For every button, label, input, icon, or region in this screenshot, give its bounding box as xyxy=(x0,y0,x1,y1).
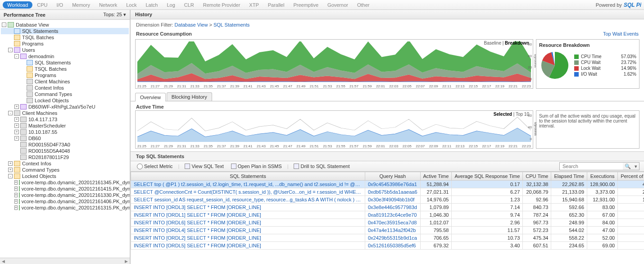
tree-node[interactable]: +vcore-temp.dbo.dynamic_202012161406.PK_… xyxy=(1,198,129,205)
tab-preemptive[interactable]: Preemptive xyxy=(289,1,323,9)
breadcrumb-1[interactable]: Database View xyxy=(175,22,208,27)
tree-toggle[interactable]: + xyxy=(14,193,18,197)
search-icon[interactable]: 🔍 xyxy=(623,164,633,169)
search-dropdown-icon[interactable]: ▾ xyxy=(633,164,639,169)
tree-toggle[interactable]: + xyxy=(14,136,19,141)
breakdown-toggle[interactable]: Breakdown xyxy=(505,41,529,46)
tree-node[interactable]: -Client Machines xyxy=(1,110,129,116)
tree-node[interactable]: RD00155D4F73A0 xyxy=(1,141,129,148)
tree-node[interactable]: +vcore-temp.dbo.dynamic_202012161415.PK_… xyxy=(1,186,129,192)
tab-memory[interactable]: Memory xyxy=(68,1,95,9)
active-time-chart[interactable]: Selected | Top 10 21:2521:2721:2921:3121… xyxy=(135,110,533,149)
table-row[interactable]: INSERT INTO [ORDL1] SELECT * FROM [ORDER… xyxy=(131,211,644,219)
top10-toggle[interactable]: Top 10 xyxy=(516,112,529,117)
column-header[interactable]: Executions xyxy=(587,172,618,181)
tree-toggle[interactable]: + xyxy=(14,187,18,191)
tree-node[interactable]: -Database View xyxy=(1,22,129,28)
baseline-toggle[interactable]: Baseline xyxy=(484,41,501,46)
tree-toggle[interactable]: - xyxy=(8,111,13,115)
tree-toggle[interactable]: + xyxy=(14,117,19,122)
tree-toggle[interactable]: - xyxy=(14,54,19,59)
tab-network[interactable]: Network xyxy=(95,1,122,9)
resource-consumption-chart[interactable]: Baseline | Breakdown 21:2521:2721:2921:3… xyxy=(135,39,533,89)
table-row[interactable]: SELECT session_id AS request_session_id,… xyxy=(131,196,644,204)
tree-toggle[interactable]: - xyxy=(8,174,13,178)
column-header[interactable]: Query Hash xyxy=(365,172,421,181)
tree-toggle[interactable]: - xyxy=(8,48,13,52)
open-plan-ssms-button[interactable]: Open Plan in SSMS xyxy=(229,163,284,170)
tree-toggle[interactable]: + xyxy=(8,168,13,172)
tree-node[interactable]: -Users xyxy=(1,47,129,53)
column-header[interactable]: Percent of Total xyxy=(618,172,644,181)
tree-toggle[interactable]: + xyxy=(14,123,19,128)
top-wait-events-link[interactable]: Top Wait Events xyxy=(603,31,639,36)
table-row[interactable]: INSERT INTO [ORDL2] SELECT * FROM [ORDER… xyxy=(131,234,644,242)
tree-node[interactable]: SQL Statements xyxy=(1,28,129,34)
tree-node[interactable]: Programs xyxy=(1,72,129,78)
breadcrumb-2[interactable]: SQL Statements xyxy=(213,22,249,27)
tab-lock[interactable]: Lock xyxy=(122,1,141,9)
tab-governor[interactable]: Governor xyxy=(323,1,353,9)
tab-cpu[interactable]: CPU xyxy=(32,1,52,9)
tree-node[interactable]: TSQL Batches xyxy=(1,66,129,72)
tree-node[interactable]: Locked Objects xyxy=(1,97,129,104)
tree-node[interactable]: +10.10.187.55 xyxy=(1,129,129,135)
tree-node[interactable]: +Context Infos xyxy=(1,160,129,167)
tree-scroll-right[interactable]: ▶ xyxy=(125,259,128,264)
tab-workload[interactable]: Workload xyxy=(3,1,32,9)
tree-node[interactable]: TSQL Batches xyxy=(1,34,129,41)
grid-search-input[interactable] xyxy=(560,163,623,170)
tree-node[interactable]: +vcore-temp.dbo.dynamic_202012161315.PK_… xyxy=(1,205,129,211)
tree-node[interactable]: SQL Statements xyxy=(1,59,129,66)
table-row[interactable]: INSERT INTO [ORDL3] SELECT * FROM [ORDER… xyxy=(131,204,644,211)
tree-scroll-left[interactable]: ◀ xyxy=(2,259,5,264)
tree-node[interactable]: -Locked Objects xyxy=(1,173,129,179)
grid-search[interactable]: 🔍 ▾ xyxy=(559,162,639,170)
performance-tree[interactable]: -Database ViewSQL StatementsTSQL Batches… xyxy=(0,20,130,258)
tab-i-o[interactable]: I/O xyxy=(52,1,68,9)
tree-node[interactable]: Programs xyxy=(1,41,129,47)
tops-selector[interactable]: Tops: 25 ▾ xyxy=(103,12,126,18)
tree-node[interactable]: Client Machines xyxy=(1,78,129,85)
tab-overview[interactable]: Overview xyxy=(135,93,166,101)
tree-node[interactable]: +Command Types xyxy=(1,167,129,173)
tree-node[interactable]: +MasterScheduler xyxy=(1,123,129,129)
select-metric-button[interactable]: Select Metric xyxy=(135,163,175,170)
tree-node[interactable]: +DB60\WF-xRhPgL2aaV5o7eU xyxy=(1,104,129,110)
drill-to-sql-button[interactable]: Drill to SQL Statement xyxy=(292,163,351,170)
tree-node[interactable]: Context Infos xyxy=(1,85,129,91)
view-sql-text-button[interactable]: View SQL Text xyxy=(183,163,225,170)
table-row[interactable]: SELECT @ConnectionCnt = Count(DISTINCT( … xyxy=(131,188,644,196)
tree-toggle[interactable]: - xyxy=(2,23,6,27)
tree-node[interactable]: Command Types xyxy=(1,91,129,97)
tree-toggle[interactable]: + xyxy=(14,180,18,185)
tab-xtp[interactable]: XTP xyxy=(245,1,263,9)
tree-toggle[interactable]: + xyxy=(14,105,19,109)
tree-node[interactable]: RD281878011F29 xyxy=(1,154,129,160)
tree-node[interactable]: +vcore-temp.dbo.dynamic_202012161330.PK_… xyxy=(1,192,129,198)
column-header[interactable]: Elapsed Time xyxy=(551,172,587,181)
table-row[interactable]: SELECT top ( @P1 ) t2.session_id, t2.log… xyxy=(131,181,644,188)
tree-node[interactable]: +DB60 xyxy=(1,135,129,141)
tab-parallel[interactable]: Parallel xyxy=(263,1,289,9)
top-sql-grid[interactable]: SQL StatementsQuery HashActive TimeAvera… xyxy=(131,172,644,264)
column-header[interactable]: CPU Time xyxy=(523,172,551,181)
column-header[interactable]: SQL Statements xyxy=(131,172,365,181)
tree-toggle[interactable]: + xyxy=(14,199,18,204)
column-header[interactable]: Average SQL Response Time xyxy=(452,172,523,181)
tab-blocking-history[interactable]: Blocking History xyxy=(167,92,212,101)
tab-remote-provider[interactable]: Remote Provider xyxy=(199,1,245,9)
tree-node[interactable]: RD00155D5A4048 xyxy=(1,148,129,154)
tree-node[interactable]: -demoadmin xyxy=(1,53,129,59)
column-header[interactable]: Active Time xyxy=(420,172,452,181)
tree-node[interactable]: +10.4.117.173 xyxy=(1,116,129,123)
tab-log[interactable]: Log xyxy=(162,1,179,9)
selected-toggle[interactable]: Selected xyxy=(494,112,512,117)
table-row[interactable]: INSERT INTO [ORDL4] SELECT * FROM [ORDER… xyxy=(131,227,644,234)
tree-node[interactable]: +vcore-temp.dbo.dynamic_202012161345.PK_… xyxy=(1,179,129,186)
tree-toggle[interactable]: + xyxy=(8,161,13,166)
tree-toggle[interactable]: + xyxy=(14,130,19,134)
tab-latch[interactable]: Latch xyxy=(141,1,163,9)
table-row[interactable]: INSERT INTO [ORDL6] SELECT * FROM [ORDER… xyxy=(131,219,644,227)
tab-clr[interactable]: CLR xyxy=(180,1,199,9)
